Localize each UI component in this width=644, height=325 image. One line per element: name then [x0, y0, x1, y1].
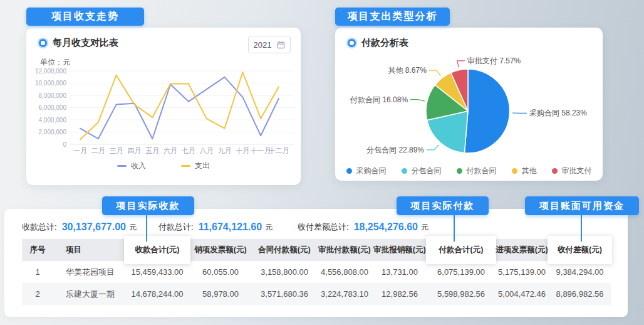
pointer-connector-line	[454, 215, 455, 242]
cell-amount: 3,158,800.00	[252, 261, 317, 283]
pie-leader-line	[427, 145, 439, 150]
summary-item: 付款总计:11,674,121.60元	[158, 216, 273, 238]
legend-swatch	[346, 168, 352, 174]
col-header-销项发票额(元): 销项发票额(元)	[189, 239, 252, 261]
legend-swatch	[117, 165, 127, 167]
x-axis-tick: 一月	[73, 147, 87, 154]
col-header-审批报销额(元): 审批报销额(元)	[372, 239, 427, 261]
cell-amount: 4,556,808.00	[317, 261, 372, 283]
pie-label-付款合同: 付款合同 16.08%	[350, 95, 408, 104]
legend-item-分包合同[interactable]: 分包合同	[402, 166, 442, 176]
legend-label: 采购合同	[356, 166, 387, 176]
legend-item-审批支付[interactable]: 审批支付	[552, 166, 592, 176]
legend-label: 其他	[522, 166, 537, 176]
summary-table-panel: 收款总计:30,137,677.00元付款总计:11,674,121.60元收付…	[4, 209, 628, 317]
y-axis-tick: 6,000,000	[39, 104, 67, 111]
col-header-序号: 序号	[22, 239, 53, 261]
legend-swatch	[181, 165, 190, 167]
section-badge-expense-type-analysis: 项目支出类型分析	[335, 8, 450, 26]
summary-unit: 元	[129, 222, 137, 233]
cell-amount: 13,731.00	[372, 261, 427, 283]
calendar-icon	[277, 41, 285, 49]
legend-swatch	[552, 168, 558, 174]
summary-value: 18,254,276.60	[354, 221, 418, 233]
x-axis-tick: 八月	[200, 147, 214, 154]
legend-label: 分包合同	[412, 166, 442, 176]
legend-label: 付款合同	[467, 166, 497, 176]
x-axis-tick: 十二月	[269, 147, 289, 154]
x-axis-tick: 七月	[181, 147, 195, 154]
pointer-badge-available-funds: 项目账面可用资金	[525, 196, 639, 215]
section-badge-income-expense-trend: 项目收支走势	[26, 8, 144, 26]
payment-analysis-card: 付款分析表 采购合同 58.23%分包合同 22.89%付款合同 16.08%其…	[335, 28, 603, 181]
col-header-付款合计(元): 付款合计(元)	[427, 239, 495, 261]
pie-slice-采购合同[interactable]	[464, 69, 509, 153]
table-row[interactable]: 1华美花园项目15,459,433.0060,055.003,158,800.0…	[22, 261, 611, 283]
pie-leader-line	[429, 70, 441, 76]
legend-item-采购合同[interactable]: 采购合同	[346, 166, 387, 176]
cell-index: 2	[22, 283, 53, 305]
summary-label: 付款总计:	[158, 221, 194, 233]
x-axis-tick: 三月	[110, 147, 123, 154]
pointer-badge-actual-payments: 项目实际付款	[397, 196, 489, 215]
pointer-connector-line	[581, 215, 582, 242]
x-axis-tick: 二月	[91, 147, 105, 154]
radio-selected-icon	[348, 39, 356, 47]
col-header-审批付款额(元): 审批付款额(元)	[317, 239, 372, 261]
y-axis-tick: 12,000,000	[35, 68, 66, 75]
y-axis-tick: 8,000,000	[39, 92, 67, 99]
table-row[interactable]: 2乐建大厦一期14,678,244.0058,978.003,571,680.3…	[22, 283, 611, 305]
col-header-收款合计(元): 收款合计(元)	[125, 239, 189, 261]
series-line-支出	[80, 72, 279, 139]
legend-swatch	[402, 168, 407, 174]
cell-amount: 9,384,294.00	[549, 261, 611, 283]
legend-item-收入[interactable]: 收入	[117, 161, 146, 171]
x-axis-tick: 六月	[164, 147, 177, 154]
project-finance-table: 序号项目收款合计(元)销项发票额(元)合同付款额(元)审批付款额(元)审批报销额…	[22, 239, 611, 305]
cell-project-name: 华美花园项目	[53, 261, 125, 283]
col-header-收付差额(元): 收付差额(元)	[549, 239, 611, 261]
legend-label: 审批支付	[562, 166, 592, 176]
card-header: 付款分析表	[348, 37, 408, 49]
pie-chart: 采购合同 58.23%分包合同 22.89%付款合同 16.08%其他 8.67…	[335, 50, 603, 167]
cell-amount: 60,055.00	[189, 261, 252, 283]
legend-item-支出[interactable]: 支出	[181, 161, 210, 171]
summary-item: 收款总计:30,137,677.00元	[22, 216, 137, 238]
pie-leader-line	[457, 61, 465, 68]
pie-label-采购合同: 采购合同 58.23%	[529, 109, 587, 117]
pie-label-分包合同: 分包合同 22.89%	[366, 146, 424, 154]
legend-swatch	[512, 168, 517, 174]
y-axis-tick: 2,000,000	[39, 129, 67, 136]
cell-amount: 8,896,982.56	[549, 283, 611, 305]
pie-card-title: 付款分析表	[361, 37, 408, 49]
legend-item-付款合同[interactable]: 付款合同	[457, 166, 497, 176]
legend-swatch	[457, 168, 462, 174]
summary-unit: 元	[265, 222, 273, 233]
x-axis-tick: 九月	[218, 147, 232, 154]
cell-amount: 5,175,139.00	[495, 261, 549, 283]
cell-amount: 15,459,433.00	[125, 261, 189, 283]
col-header-合同付款额(元): 合同付款额(元)	[252, 239, 317, 261]
line-chart-legend: 收入支出	[26, 161, 301, 171]
summary-value: 11,674,121.60	[199, 221, 262, 233]
cell-amount: 3,571,680.36	[252, 283, 317, 305]
x-axis-tick: 五月	[145, 147, 159, 154]
summary-row: 收款总计:30,137,677.00元付款总计:11,674,121.60元收付…	[4, 216, 628, 238]
pie-label-审批支付: 审批支付 7.57%	[467, 56, 521, 65]
legend-item-其他[interactable]: 其他	[512, 166, 537, 176]
cell-amount: 3,224,783.10	[317, 283, 372, 305]
legend-label: 收入	[131, 161, 146, 171]
table-wrapper: 序号项目收款合计(元)销项发票额(元)合同付款额(元)审批付款额(元)审批报销额…	[22, 239, 611, 305]
pie-leader-line	[410, 100, 425, 102]
year-select[interactable]: 2021	[248, 36, 291, 53]
cell-amount: 6,075,139.00	[427, 261, 495, 283]
cell-amount: 12,982.56	[372, 283, 427, 305]
cell-amount: 5,598,982.56	[427, 283, 495, 305]
summary-label: 收款总计:	[22, 221, 57, 233]
y-axis-tick: 10,000,000	[35, 80, 66, 87]
pointer-connector-line	[146, 215, 147, 242]
summary-value: 30,137,677.00	[62, 221, 126, 233]
cell-amount: 5,004,472.46	[495, 283, 549, 305]
monthly-compare-card: 每月收支对比表 2021 单位：元 02,000,0004,000,0006,0…	[26, 28, 301, 185]
summary-item: 收付差额总计:18,254,276.60元	[298, 216, 428, 238]
